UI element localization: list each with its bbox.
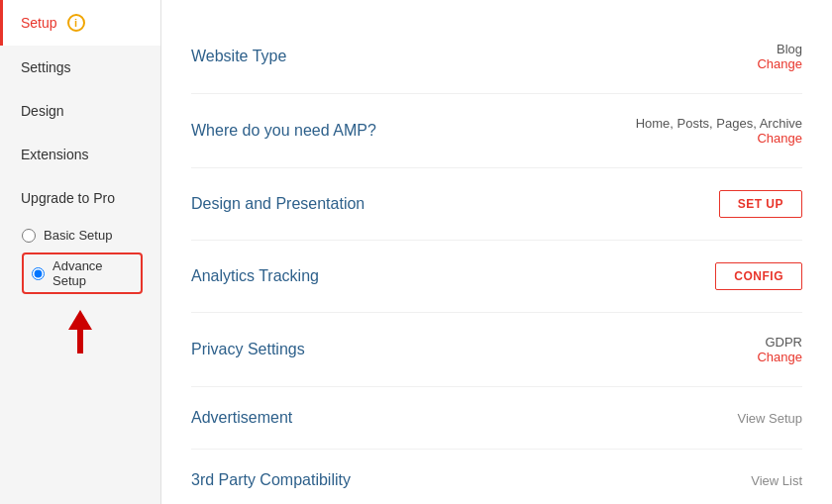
sidebar-label-extensions: Extensions (21, 147, 88, 162)
3rd-party-view-list[interactable]: View List (751, 473, 802, 488)
arrow-indicator (0, 310, 160, 353)
sidebar-label-upgrade: Upgrade to Pro (21, 190, 115, 206)
row-analytics: Analytics Tracking CONFIG (191, 241, 802, 313)
advertisement-view-setup[interactable]: View Setup (737, 411, 802, 426)
row-website-type: Website Type Blog Change (191, 20, 802, 94)
arrow-up-icon (68, 310, 92, 330)
sidebar-item-setup[interactable]: Setup i (0, 0, 160, 46)
sidebar-label-setup: Setup (21, 15, 57, 31)
privacy-change[interactable]: Change (757, 350, 802, 364)
sidebar-item-extensions[interactable]: Extensions (0, 133, 160, 176)
value-privacy: GDPR Change (757, 335, 802, 364)
label-design-presentation: Design and Presentation (191, 195, 364, 213)
value-amp: Home, Posts, Pages, Archive Change (636, 116, 802, 146)
advance-setup-input[interactable] (32, 267, 45, 280)
info-icon: i (67, 14, 85, 32)
value-website-type: Blog Change (757, 42, 802, 71)
basic-setup-label: Basic Setup (44, 228, 112, 243)
label-advertisement: Advertisement (191, 409, 292, 427)
sidebar-label-settings: Settings (21, 59, 71, 75)
advance-setup-label: Advance Setup (52, 258, 133, 288)
arrow-shaft (77, 330, 83, 353)
row-3rd-party: 3rd Party Compatibility View List (191, 450, 802, 504)
label-3rd-party: 3rd Party Compatibility (191, 471, 351, 489)
config-button[interactable]: CONFIG (715, 262, 802, 290)
advance-setup-box[interactable]: Advance Setup (22, 252, 143, 294)
basic-setup-radio[interactable]: Basic Setup (22, 228, 143, 243)
row-amp: Where do you need AMP? Home, Posts, Page… (191, 94, 802, 168)
label-analytics: Analytics Tracking (191, 267, 319, 285)
privacy-type-value: GDPR (757, 335, 802, 350)
website-type-value: Blog (757, 42, 802, 56)
label-amp: Where do you need AMP? (191, 122, 376, 140)
row-design-presentation: Design and Presentation SET UP (191, 168, 802, 241)
radio-group: Basic Setup Advance Setup (0, 220, 160, 302)
amp-pages-value: Home, Posts, Pages, Archive (636, 116, 802, 131)
amp-change[interactable]: Change (636, 131, 802, 146)
basic-setup-input[interactable] (22, 229, 36, 243)
sidebar-item-settings[interactable]: Settings (0, 46, 160, 89)
sidebar-item-design[interactable]: Design (0, 89, 160, 133)
website-type-change[interactable]: Change (757, 56, 802, 71)
sidebar-label-design: Design (21, 103, 64, 119)
row-advertisement: Advertisement View Setup (191, 387, 802, 450)
label-website-type: Website Type (191, 48, 286, 65)
label-privacy: Privacy Settings (191, 341, 305, 358)
sidebar: Setup i Settings Design Extensions Upgra… (0, 0, 161, 504)
main-content: Website Type Blog Change Where do you ne… (161, 0, 832, 504)
sidebar-item-upgrade[interactable]: Upgrade to Pro (0, 176, 160, 220)
row-privacy: Privacy Settings GDPR Change (191, 313, 802, 387)
setup-button[interactable]: SET UP (719, 190, 802, 218)
